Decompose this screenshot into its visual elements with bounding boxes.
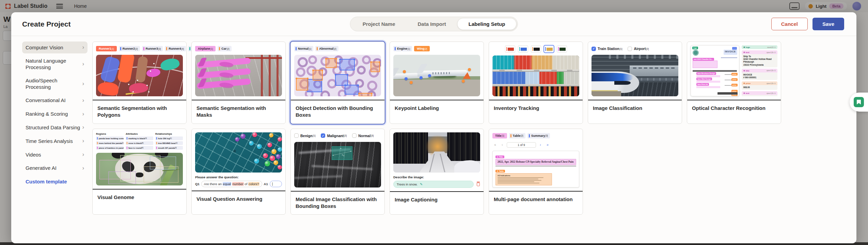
sidebar-item-structured-data-parsing[interactable]: Structured Data Parsing›	[22, 121, 88, 133]
vg-region-box	[150, 157, 176, 169]
keypoint-wing	[410, 81, 413, 84]
region-panel-header: ❖ titleqwer12k ⊙	[742, 69, 777, 72]
vg-region-box	[108, 172, 136, 184]
pool-ball	[257, 144, 262, 149]
template-card-inventory-tracking[interactable]: Inventory Tracking	[489, 42, 583, 124]
region-tag-logo: logo	[692, 47, 698, 49]
chip-color-bar	[97, 142, 98, 144]
preview-shape	[219, 61, 234, 68]
blood-cell	[367, 81, 377, 91]
template-card-semantic-segmentation-with-masks[interactable]: Airplane[1]Car[2]Semantic Segmentation w…	[191, 42, 286, 124]
price-tag	[499, 70, 504, 71]
card-preview-area: Normal[1]Abnormal[2]	[291, 42, 384, 96]
tab-labeling-setup[interactable]: Labeling Setup	[457, 18, 517, 30]
tumor-bbox: +++₂+	[332, 146, 352, 160]
table-line	[498, 181, 534, 182]
region-tag-label: ❖ price	[743, 82, 751, 84]
sidebar-item-audio-speech-processing[interactable]: Audio/Speech Processing›	[22, 75, 88, 93]
template-card-object-detection-with-bounding-boxes[interactable]: Normal[1]Abnormal[2]Object Detection wit…	[290, 42, 385, 124]
chip-hotkey: [3]	[175, 147, 177, 149]
trash-icon	[476, 182, 480, 186]
chip-color-bar	[395, 47, 396, 50]
keypoint-wing	[468, 68, 471, 71]
measure-mark: +	[350, 150, 352, 153]
preview-shape	[198, 78, 207, 87]
table-line	[498, 183, 539, 183]
sidebar-item-computer-vision[interactable]: Computer Vision›	[22, 42, 88, 53]
region-tag-text: text 3242 Chandler Ho...	[693, 58, 714, 61]
blood-cell	[362, 55, 371, 64]
feedback-flag-tab[interactable]	[850, 93, 868, 112]
checkbox-checked-icon: ✓	[591, 47, 596, 51]
template-card-optical-character-recognition[interactable]: logoINVOICEtext 3242 Chandler Ho...Item …	[687, 42, 781, 124]
sidebar-item-label: Structured Data Parsing	[26, 124, 80, 131]
preview-image-runners	[96, 55, 183, 96]
sidebar-item-natural-language-processing[interactable]: Natural Language Processing›	[22, 55, 88, 73]
sidebar-item-conversational-ai[interactable]: Conversational AI›	[22, 95, 88, 107]
card-title: Semantic Segmentation with Polygons	[93, 100, 186, 124]
template-card-image-classification[interactable]: ✓Train Station[1]Airport[2]Image Classif…	[588, 42, 682, 124]
preview-shape	[358, 93, 360, 94]
label-chip: Runner2[2]	[119, 46, 140, 51]
card-preview-area: Describe the image:Trees in snow.✎	[390, 129, 484, 188]
caption-input: Trees in snow.✎	[393, 181, 474, 188]
template-card-multi-page-document-annotation[interactable]: Title[1]Table[2]Summary[3]«‹1 of 9›»1: T…	[489, 129, 583, 215]
region-tag-title	[732, 47, 737, 50]
preview-shape	[198, 58, 207, 66]
shelf-row	[492, 72, 579, 84]
sidebar-item-videos[interactable]: Videos›	[22, 149, 88, 161]
choice-benign: Benign[1]	[294, 133, 315, 138]
bbox-abnormal	[313, 70, 323, 81]
label-chip: Abnormal[2]	[315, 46, 338, 51]
choice-hotkey: [2]	[646, 48, 649, 50]
card-preview-area	[489, 42, 583, 96]
region-tag-title: 1: Title	[495, 156, 504, 158]
sidebar-item-time-series-analysis[interactable]: Time Series Analysis›	[22, 135, 88, 147]
preview-shape	[344, 84, 346, 86]
measure-mark: +₂	[342, 153, 344, 157]
sidebar-item-ranking-scoring[interactable]: Ranking & Scoring›	[22, 108, 88, 120]
thumb-product	[521, 47, 527, 51]
pool-ball	[271, 149, 277, 154]
preview-image-station	[591, 55, 678, 96]
template-card-semantic-segmentation-with-polygons[interactable]: Runner1[1]Runner2[2]Runner3[3]Runner4[4]…	[92, 42, 187, 124]
chip-hotkey: [1]	[170, 137, 172, 139]
bbox-normal	[335, 74, 348, 86]
template-card-keypoint-labeling[interactable]: Engine[1]Wing[2]Keypoint Labeling	[390, 42, 484, 124]
sidebar-item-custom-template[interactable]: Custom template	[22, 176, 88, 187]
visual-genome-columns: Regionspanda bear holding something[1]tr…	[96, 132, 183, 151]
cancel-button[interactable]: Cancel	[771, 18, 808, 30]
chip-hotkey: [1]	[408, 48, 410, 50]
choice-train-station: ✓Train Station[1]	[591, 47, 622, 51]
chip-hotkey: [6]	[142, 147, 144, 149]
snow-bank	[454, 160, 480, 172]
region-panel-card: ❖ titleqwer12k ⊙INVOICE # INV-000001	[742, 69, 777, 80]
template-card-visual-genome[interactable]: Regionspanda bear holding something[1]tr…	[92, 129, 187, 215]
chip-color-bar	[127, 147, 127, 149]
pool-ball	[240, 134, 246, 139]
product-thumbnail	[544, 45, 554, 53]
template-card-visual-question-answering[interactable]: Please answer the question:Q1Are there a…	[191, 129, 286, 215]
balance-due-bar	[717, 92, 738, 95]
table-region: A3 Indications	[495, 173, 552, 185]
region-panel-header: ❖ textqwer12k ⊙	[742, 91, 777, 95]
preview-shape	[312, 69, 314, 71]
thumb-color-bar	[519, 47, 520, 51]
preview-shape	[495, 166, 576, 166]
chip-color-bar	[97, 137, 98, 140]
card-title: Visual Question Answering	[192, 191, 285, 215]
chip-hotkey: [1]	[502, 134, 504, 137]
sidebar-item-generative-ai[interactable]: Generative AI›	[22, 162, 88, 174]
card-preview-area: Benign[1]✓Malignant[2]Normal[3]+++₂+	[291, 129, 384, 187]
template-card-image-captioning[interactable]: Describe the image:Trees in snow.✎Image …	[390, 129, 484, 215]
template-card-medical-image-classification-with-bounding-boxes[interactable]: Benign[1]✓Malignant[2]Normal[3]+++₂+Medi…	[290, 129, 385, 215]
vg-column-attributes: Attributesmarking is black[4]nose is bla…	[126, 132, 153, 151]
tab-project-name[interactable]: Project Name	[351, 18, 407, 30]
save-button[interactable]: Save	[812, 18, 844, 30]
region-meta: qwer12k ⊙	[767, 51, 776, 53]
tab-data-import[interactable]: Data Import	[407, 18, 457, 30]
region-panel-header: ❖ priceqwer12k ⊙	[742, 81, 777, 85]
sidebar-item-label: Ranking & Scoring	[26, 111, 68, 117]
vg-column-header: Relationships	[155, 132, 183, 135]
product-thumbnails-row	[492, 45, 579, 53]
